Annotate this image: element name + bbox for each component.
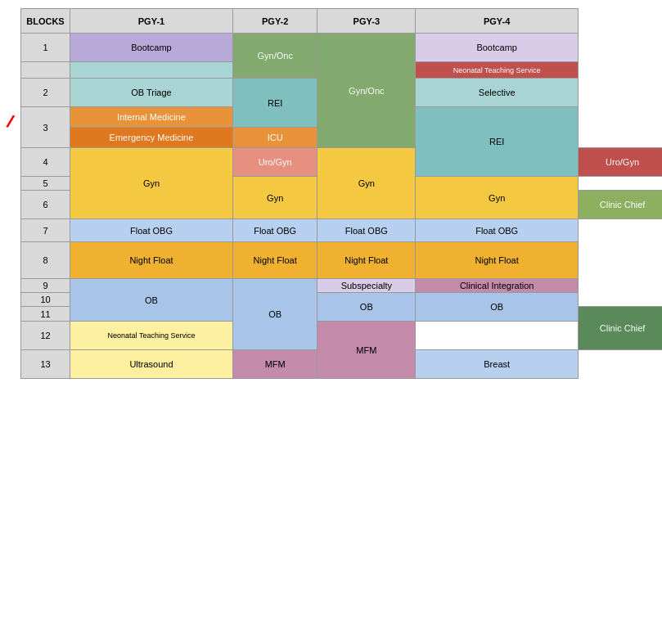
- table-row: 1 Bootcamp Gyn/Onc Gyn/Onc Bootcamp: [21, 34, 663, 62]
- block-num-8: 8: [21, 242, 70, 279]
- block-num-10: 10: [21, 293, 70, 307]
- gyn-pgy1: Gyn: [70, 148, 233, 219]
- ob-triage-pgy1-a: [70, 62, 233, 79]
- ob-triage-pgy1: OB Triage: [70, 79, 233, 107]
- night-float-pgy2: Night Float: [232, 242, 317, 279]
- mfm-pgy3: MFM: [317, 322, 416, 379]
- icu-pgy2: ICU: [232, 128, 317, 148]
- block-num-12: 12: [21, 322, 70, 350]
- ob-pgy4: OB: [416, 293, 579, 322]
- night-float-pgy1: Night Float: [70, 242, 233, 279]
- float-obg-pgy1: Float OBG: [70, 219, 233, 242]
- rei-pgy4: REI: [416, 107, 579, 177]
- header-pgy4: PGY-4: [416, 9, 579, 34]
- gyn-pgy2: Gyn: [232, 177, 317, 219]
- breast-pgy4: Breast: [416, 350, 579, 379]
- uro-gyn-pgy4: Uro/Gyn: [579, 148, 662, 177]
- block-num-9: 9: [21, 279, 70, 293]
- ob-pgy2: OB: [232, 279, 317, 350]
- block-num-5: 5: [21, 177, 70, 191]
- subspecialty-pgy3: Subspecialty: [317, 279, 416, 293]
- header-blocks: BLOCKS: [21, 9, 70, 34]
- block-num-2: 2: [21, 79, 70, 107]
- ob-pgy3: OB: [317, 293, 416, 322]
- block-num-11: 11: [21, 307, 70, 322]
- night-float-pgy4: Night Float: [416, 242, 579, 279]
- uro-gyn-pgy2: Uro/Gyn: [232, 148, 317, 177]
- block-num-13: 13: [21, 350, 70, 379]
- block-num-7: 7: [21, 219, 70, 242]
- header-pgy2: PGY-2: [232, 9, 317, 34]
- gyn-onc-pgy3: Gyn/Onc: [317, 34, 416, 148]
- emergency-medicine-pgy1: Emergency Medicine: [70, 128, 233, 148]
- gyn-pgy4: Gyn: [416, 177, 579, 219]
- internal-medicine-pgy1: Internal Medicine: [70, 107, 233, 128]
- selective-pgy4: Selective: [416, 79, 579, 107]
- ob-pgy1: OB: [70, 279, 233, 322]
- clinic-chief-pgy3: Clinic Chief: [579, 191, 662, 219]
- float-obg-pgy3: Float OBG: [317, 219, 416, 242]
- table-row: 8 Night Float Night Float Night Float Ni…: [21, 242, 663, 279]
- bootcamp-pgy4: Bootcamp: [416, 34, 579, 62]
- bootcamp-pgy1: Bootcamp: [70, 34, 233, 62]
- float-obg-pgy2: Float OBG: [232, 219, 317, 242]
- clinic-chief-pgy4: Clinic Chief: [579, 307, 662, 350]
- rei-pgy2: REI: [232, 79, 317, 128]
- block-num-1: 1: [21, 34, 70, 62]
- mfm-pgy2: MFM: [232, 350, 317, 379]
- page: / BLOCKS PGY-1 PGY-2 PGY-3 PGY-4 1 Bootc…: [0, 0, 662, 644]
- schedule-table: BLOCKS PGY-1 PGY-2 PGY-3 PGY-4 1 Bootcam…: [20, 8, 662, 379]
- header-pgy3: PGY-3: [317, 9, 416, 34]
- block-num-6: 6: [21, 191, 70, 219]
- nts-pgy4-top: Neonatal Teaching Service: [416, 62, 579, 79]
- block-num-4: 4: [21, 148, 70, 177]
- gyn-pgy3: Gyn: [317, 148, 416, 219]
- float-obg-pgy4: Float OBG: [416, 219, 579, 242]
- header-pgy1: PGY-1: [70, 9, 233, 34]
- block-spacer-1b: [21, 62, 70, 79]
- table-row: 12 Neonatal Teaching Service MFM: [21, 322, 663, 350]
- clinical-integration-pgy4: Clinical Integration: [416, 279, 579, 293]
- table-row: 7 Float OBG Float OBG Float OBG Float OB…: [21, 219, 663, 242]
- ultrasound-pgy1: Ultrasound: [70, 350, 233, 379]
- gyn-onc-pgy2: Gyn/Onc: [232, 34, 317, 79]
- night-float-pgy3: Night Float: [317, 242, 416, 279]
- nts-pgy1: Neonatal Teaching Service: [70, 322, 233, 350]
- table-row: 9 OB OB Subspecialty Clinical Integratio…: [21, 279, 663, 293]
